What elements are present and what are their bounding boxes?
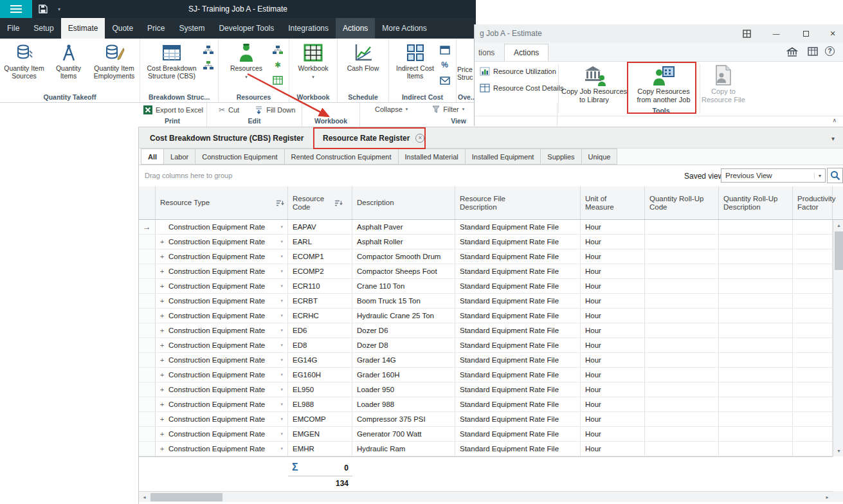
cell-unit-of-measure[interactable]: Hour <box>581 279 645 293</box>
library-bank-icon[interactable] <box>786 47 798 57</box>
cell-unit-of-measure[interactable]: Hour <box>581 368 645 382</box>
cell-resource-code[interactable]: EG14G <box>288 353 352 367</box>
help-icon[interactable]: ? <box>825 46 835 56</box>
cell-resource-file-description[interactable]: Standard Equipment Rate File <box>455 323 581 338</box>
column-header-resource-code[interactable]: Resource Code <box>288 186 352 219</box>
table-row[interactable]: → Construction Equipment Rate ▾ EAPAV As… <box>139 220 833 235</box>
cell-description[interactable]: Boom Truck 15 Ton <box>352 294 455 308</box>
cell-productivity-factor[interactable] <box>793 397 833 411</box>
cell-productivity-factor[interactable] <box>793 323 833 338</box>
horizontal-scrollbar[interactable]: ◂ ▸ <box>139 491 833 502</box>
table-row[interactable]: + Construction Equipment Rate ▾ EG14G Gr… <box>139 353 833 368</box>
cell-productivity-factor[interactable] <box>793 353 833 367</box>
cell-resource-file-description[interactable]: Standard Equipment Rate File <box>455 264 581 278</box>
grid-view-icon[interactable] <box>808 47 818 56</box>
percent-icon[interactable]: % <box>439 60 451 70</box>
scroll-down-button[interactable]: ▾ <box>833 446 843 456</box>
save-icon[interactable] <box>39 4 48 14</box>
cell-resource-type[interactable]: + Construction Equipment Rate ▾ <box>156 427 288 441</box>
resources-button[interactable]: Resources ▾ <box>223 41 269 92</box>
row-header-cell[interactable] <box>139 235 156 249</box>
cell-resource-type[interactable]: + Construction Equipment Rate ▾ <box>156 338 288 352</box>
row-expander[interactable]: + <box>160 397 168 411</box>
cell-quantity-rollup-code[interactable] <box>645 220 719 234</box>
cell-quantity-rollup-code[interactable] <box>645 382 719 397</box>
cell-quantity-rollup-description[interactable] <box>719 412 793 426</box>
cell-resource-file-description[interactable]: Standard Equipment Rate File <box>455 279 581 293</box>
filter-tab[interactable]: Construction Equipment <box>195 148 284 165</box>
filter-tab[interactable]: Installed Equipment <box>466 148 541 165</box>
cell-description[interactable]: Hydraulic Crane 25 Ton <box>352 309 455 323</box>
row-expander[interactable]: + <box>160 294 168 308</box>
table-row[interactable]: + Construction Equipment Rate ▾ ED8 Doze… <box>139 338 833 353</box>
row-header-cell[interactable] <box>139 323 156 338</box>
row-expander[interactable]: + <box>160 309 168 323</box>
resource-cost-details-button[interactable]: Resource Cost Details <box>480 84 563 93</box>
quantity-item-employments-button[interactable]: Quantity Item Employments <box>90 41 139 92</box>
table-row[interactable]: + Construction Equipment Rate ▾ EG160H G… <box>139 368 833 382</box>
cell-productivity-factor[interactable] <box>793 249 833 264</box>
cost-breakdown-structure-button[interactable]: Cost Breakdown Structure (CBS) <box>143 41 200 92</box>
row-header-cell[interactable] <box>139 249 156 264</box>
table-row[interactable]: + Construction Equipment Rate ▾ EARL Asp… <box>139 235 833 249</box>
cell-resource-code[interactable]: EMGEN <box>288 427 352 441</box>
copy-resources-from-another-job-button[interactable]: Copy Resources from another Job <box>630 63 697 104</box>
cell-quantity-rollup-code[interactable] <box>645 309 719 323</box>
filter-tab[interactable]: Unique <box>582 148 618 165</box>
cell-resource-file-description[interactable]: Standard Equipment Rate File <box>455 368 581 382</box>
cell-productivity-factor[interactable] <box>793 279 833 293</box>
cell-unit-of-measure[interactable]: Hour <box>581 249 645 264</box>
cell-quantity-rollup-description[interactable] <box>719 294 793 308</box>
cell-description[interactable]: Hydraulic Ram <box>352 442 455 456</box>
row-header-cell[interactable] <box>139 427 156 441</box>
row-header-cell[interactable] <box>139 382 156 397</box>
cell-description[interactable]: Generator 700 Watt <box>352 427 455 441</box>
scroll-up-button[interactable]: ▴ <box>833 220 843 231</box>
cell-resource-file-description[interactable]: Standard Equipment Rate File <box>455 353 581 367</box>
fill-down-button[interactable]: Fill Down <box>255 105 295 114</box>
cell-resource-file-description[interactable]: Standard Equipment Rate File <box>455 338 581 352</box>
cell-quantity-rollup-code[interactable] <box>645 397 719 411</box>
filter-tab[interactable]: Installed Material <box>399 148 466 165</box>
filter-tab[interactable]: Supplies <box>541 148 581 165</box>
cash-flow-button[interactable]: Cash Flow <box>339 41 388 92</box>
cell-description[interactable]: Dozer D6 <box>352 323 455 338</box>
row-expander[interactable]: + <box>160 382 168 397</box>
cell-resource-file-description[interactable]: Standard Equipment Rate File <box>455 249 581 264</box>
minimize-button[interactable]: — <box>765 24 787 42</box>
row-expander[interactable]: + <box>160 279 168 293</box>
menu-tab[interactable]: File <box>0 18 26 39</box>
cell-unit-of-measure[interactable]: Hour <box>581 338 645 352</box>
row-header-cell[interactable] <box>139 368 156 382</box>
cell-quantity-rollup-description[interactable] <box>719 427 793 441</box>
cell-quantity-rollup-code[interactable] <box>645 353 719 367</box>
column-header-productivity-factor[interactable]: Productivity Factor <box>793 186 833 219</box>
cell-resource-code[interactable]: ECRBT <box>288 294 352 308</box>
cell-unit-of-measure[interactable]: Hour <box>581 442 645 456</box>
cell-productivity-factor[interactable] <box>793 220 833 234</box>
cell-quantity-rollup-code[interactable] <box>645 442 719 456</box>
cell-unit-of-measure[interactable]: Hour <box>581 323 645 338</box>
tab-resource-rate-register[interactable]: Resource Rate Register ✕ <box>314 127 426 148</box>
ribbon-tab-partial[interactable]: tions <box>475 44 498 61</box>
cell-quantity-rollup-description[interactable] <box>719 249 793 264</box>
calendar-icon[interactable] <box>439 44 451 55</box>
row-header-cell[interactable] <box>139 294 156 308</box>
row-expander[interactable]: + <box>160 427 168 441</box>
cell-resource-file-description[interactable]: Standard Equipment Rate File <box>455 220 581 234</box>
cell-description[interactable]: Grader 14G <box>352 353 455 367</box>
copy-job-resources-to-library-button[interactable]: Copy Job Resources to Library <box>561 63 628 104</box>
cell-quantity-rollup-code[interactable] <box>645 368 719 382</box>
cell-resource-type[interactable]: + Construction Equipment Rate ▾ <box>156 323 288 338</box>
price-breakdown-button-partial[interactable]: Price Struc <box>457 41 475 92</box>
cell-productivity-factor[interactable] <box>793 412 833 426</box>
cell-productivity-factor[interactable] <box>793 338 833 352</box>
cell-resource-file-description[interactable]: Standard Equipment Rate File <box>455 427 581 441</box>
filter-tab[interactable]: Rented Construction Equipment <box>285 148 399 165</box>
cell-resource-type[interactable]: + Construction Equipment Rate ▾ <box>156 397 288 411</box>
row-header-cell[interactable] <box>139 397 156 411</box>
cut-button[interactable]: ✂ Cut <box>219 105 239 114</box>
cell-quantity-rollup-description[interactable] <box>719 279 793 293</box>
table-row[interactable]: + Construction Equipment Rate ▾ ECOMP2 C… <box>139 264 833 279</box>
collapse-button[interactable]: Collapse ▾ <box>375 105 408 113</box>
